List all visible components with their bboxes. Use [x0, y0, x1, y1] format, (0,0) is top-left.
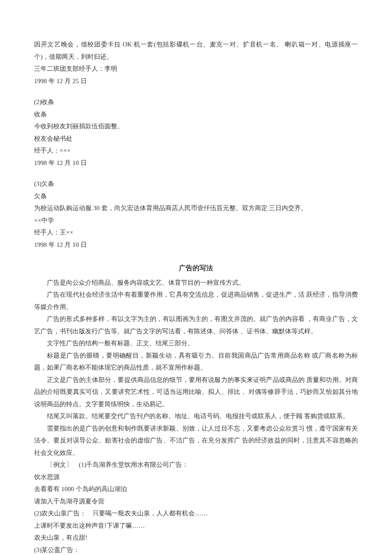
note-body: 因开文艺晚会，借校团委卡拉 OK 机一套(包括影碟机一台、麦克一对、扩音机一名、…	[34, 38, 358, 63]
ad-paragraph: 结尾又叫落款。结尾要交代广告刊户的名称、地址、电话号码、电报挂号或联系人，便于顾…	[34, 410, 358, 422]
spacer	[34, 251, 358, 260]
iou-body: 为校运动队购运动服 30 套，尚欠宏达体育用品商店人民币壹仟伍百元整。双方商定 …	[34, 202, 358, 214]
receipt-date: 1998 年 12 月 10 日	[34, 157, 358, 169]
document-page: 因开文艺晚会，借校团委卡拉 OK 机一套(包括影碟机一台、麦克一对、扩音机一名、…	[0, 0, 392, 555]
receipt-label: (2)收条	[34, 96, 358, 108]
iou-date: 1998 年 12 月 10 日	[34, 239, 358, 251]
ad-example-line: 上课时不要发出这种声音!下课了嘛……	[34, 520, 358, 532]
ad-example-line: 请加入千岛湖寻源夏令营	[34, 495, 358, 508]
ad-example-line: (2)农夫山泉广告： 只要喝一瓶农夫山泉，人人都有机会……	[34, 507, 358, 520]
ad-paragraph: 广告的形式多种多样，有以文字为主的，有以图画为主的，有图文并茂的。就广告的内容看…	[34, 313, 358, 337]
ad-paragraph: 广告是向公众介绍商品、服务内容或文艺、体育节目的一种宣传方式。	[34, 277, 358, 289]
ad-paragraph: 正文是广告的主体部分，要提供商品信息的细节，要用有说服力的事实来证明产品或商品的…	[34, 374, 358, 410]
iou-title: 欠条	[34, 190, 358, 202]
note-date: 1998 年 12 月 25 日	[34, 75, 358, 87]
ad-example-line: 去看看有 1000 个岛屿的高山湖泊	[34, 483, 358, 495]
ad-example-line: (3)某公盖广告：	[34, 544, 358, 555]
note-signer: 三年二班团支部经手人：李明	[34, 63, 358, 75]
receipt-body: 今收到校友刘丽捐款伍佰圆整。	[34, 120, 358, 133]
ad-paragraph: 文字性广告的结构一般有标题、正文、结尾三部分。	[34, 337, 358, 350]
receipt-title: 收条	[34, 108, 358, 121]
ad-paragraph: 广告在现代社会经济生活中有着重要作用，它具有交流信息，促进商品销售，促进生产，活…	[34, 289, 358, 313]
iou-org: ××中学	[34, 214, 358, 227]
iou-label: (3)欠条	[34, 178, 358, 190]
receipt-signer: 经手人：×××	[34, 145, 358, 157]
spacer	[34, 169, 358, 178]
ad-example-heading: 〔例文〕 (1)千岛湖养生堂饮用水有限公司广告：	[34, 459, 358, 471]
spacer	[34, 87, 358, 96]
receipt-org: 校友会秘书处	[34, 133, 358, 145]
section-title-ads: 广告的写法	[34, 260, 358, 277]
ad-paragraph: 需要指出的是广告的创意和制作既要讲求新颖、别致，让人过目不忘，又要考虑公众欣赏习…	[34, 422, 358, 459]
ad-paragraph: 标题是广告的眼睛，要明确醒目，新颖生动，具有吸引力。目前我国商品广告常用商品名称…	[34, 350, 358, 374]
iou-signer: 经手人：王××	[34, 226, 358, 239]
ad-example-line: 饮水思源	[34, 471, 358, 483]
ad-example-line: 农夫山泉，有点甜!	[34, 532, 358, 544]
